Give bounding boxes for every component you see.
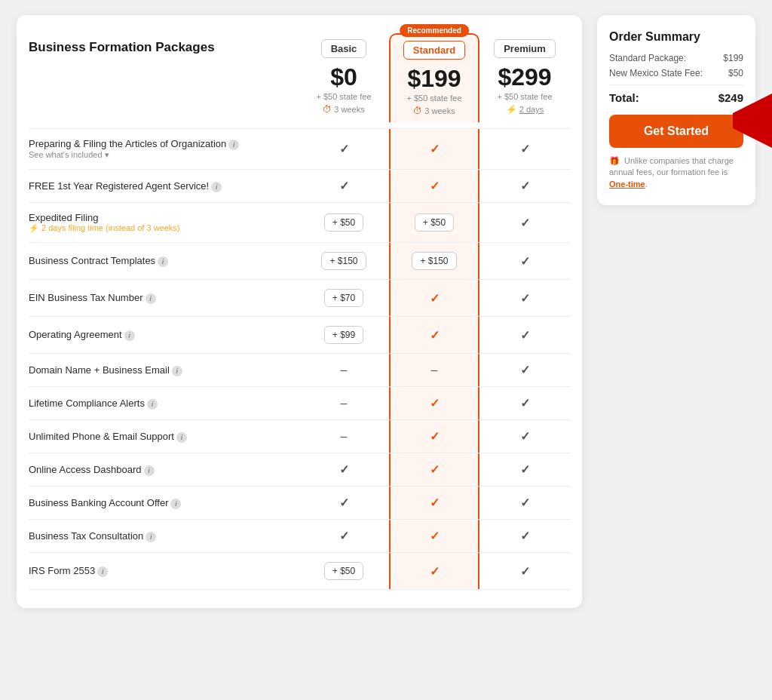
dash-icon: – xyxy=(341,364,348,377)
order-line-value: $50 xyxy=(728,68,743,78)
order-line-value: $199 xyxy=(723,53,743,63)
feature-cell: ✓ xyxy=(479,520,570,552)
clock-icon-standard: ⏱ xyxy=(413,106,422,116)
feature-cell: ✓ xyxy=(479,453,570,486)
feature-cell: ✓ xyxy=(389,387,479,419)
standard-fee: + $50 state fee xyxy=(394,94,475,103)
feature-cell: + $150 xyxy=(299,243,389,279)
check-icon-orange: ✓ xyxy=(430,179,440,193)
premium-price: $299 xyxy=(482,64,567,91)
check-icon-gray: ✓ xyxy=(339,462,349,477)
lightning-icon: ⚡ xyxy=(506,104,517,115)
info-icon[interactable]: i xyxy=(146,293,156,304)
info-icon[interactable]: i xyxy=(146,532,156,542)
feature-cell: ✓ xyxy=(479,203,570,242)
add-cost-btn[interactable]: + $150 xyxy=(412,252,456,270)
feature-cell: + $70 xyxy=(299,280,389,316)
info-icon[interactable]: i xyxy=(211,182,222,192)
info-icon[interactable]: i xyxy=(176,432,187,443)
order-lines: Standard Package:$199New Mexico State Fe… xyxy=(609,53,743,78)
total-label: Total: xyxy=(609,91,639,104)
feature-cell: ✓ xyxy=(479,280,570,316)
basic-label[interactable]: Basic xyxy=(321,39,367,58)
feature-cell: ✓ xyxy=(479,387,570,419)
check-icon-gray: ✓ xyxy=(520,254,530,269)
feature-cell: ✓ xyxy=(389,129,479,169)
check-icon-gray: ✓ xyxy=(520,396,530,410)
feature-row: Expedited Filing⚡ 2 days filing time (in… xyxy=(29,202,570,242)
check-icon-orange: ✓ xyxy=(430,462,440,477)
order-summary-title: Order Summary xyxy=(609,30,743,44)
add-cost-btn[interactable]: + $70 xyxy=(324,289,363,307)
check-icon-orange: ✓ xyxy=(430,328,440,342)
add-cost-btn[interactable]: + $99 xyxy=(324,326,363,344)
basic-fee: + $50 state fee xyxy=(302,92,386,101)
recommended-badge: Recommended xyxy=(400,24,469,37)
page-wrapper: Business Formation Packages Basic $0 + $… xyxy=(17,15,755,608)
dash-icon: – xyxy=(341,397,348,410)
add-cost-btn[interactable]: + $150 xyxy=(321,252,366,270)
check-icon-gray: ✓ xyxy=(520,529,530,543)
check-icon-orange: ✓ xyxy=(430,529,440,543)
info-icon[interactable]: i xyxy=(172,366,182,376)
check-icon-gray: ✓ xyxy=(339,179,349,193)
feature-label: Lifetime Compliance Alertsi xyxy=(29,387,299,419)
packages-title: Business Formation Packages xyxy=(29,33,299,122)
feature-cell: ✓ xyxy=(299,453,389,486)
feature-label: FREE 1st Year Registered Agent Service!i xyxy=(29,170,299,202)
order-line-label: Standard Package: xyxy=(609,53,686,63)
feature-cell: + $50 xyxy=(299,203,389,242)
order-line-item: Standard Package:$199 xyxy=(609,53,743,63)
info-icon[interactable]: i xyxy=(147,399,158,410)
info-icon[interactable]: i xyxy=(158,256,168,267)
order-line-label: New Mexico State Fee: xyxy=(609,68,703,78)
feature-row: Operating Agreementi+ $99✓✓ xyxy=(29,316,570,353)
feature-label: IRS Form 2553i xyxy=(29,553,299,589)
standard-label[interactable]: Standard xyxy=(403,41,465,60)
feature-row: FREE 1st Year Registered Agent Service!i… xyxy=(29,169,570,202)
order-summary-wrapper: Order Summary Standard Package:$199New M… xyxy=(597,15,755,205)
table-header: Business Formation Packages Basic $0 + $… xyxy=(29,33,570,122)
standard-time: ⏱ 3 weeks xyxy=(394,106,475,116)
info-icon[interactable]: i xyxy=(144,465,155,476)
info-icon[interactable]: i xyxy=(170,499,181,509)
get-started-button[interactable]: Get Started xyxy=(609,115,743,148)
feature-label: Online Access Dashboardi xyxy=(29,453,299,486)
feature-cell: – xyxy=(299,420,389,453)
info-icon[interactable]: i xyxy=(124,330,135,341)
feature-cell: ✓ xyxy=(389,317,479,353)
feature-row: Business Contract Templatesi+ $150+ $150… xyxy=(29,242,570,279)
info-icon[interactable]: i xyxy=(97,566,108,577)
feature-cell: ✓ xyxy=(479,553,570,589)
check-icon-orange: ✓ xyxy=(430,429,440,444)
add-cost-btn[interactable]: + $50 xyxy=(324,213,363,232)
feature-label: Domain Name + Business Emaili xyxy=(29,354,299,386)
info-icon[interactable]: i xyxy=(228,140,239,150)
check-icon-gray: ✓ xyxy=(520,496,530,510)
check-icon-gray: ✓ xyxy=(339,529,349,543)
basic-column-header: Basic $0 + $50 state fee ⏱ 3 weeks xyxy=(299,33,389,122)
one-time-note: 🎁 Unlike companies that charge annual fe… xyxy=(609,155,743,190)
feature-cell: ✓ xyxy=(479,243,570,279)
feature-row: Unlimited Phone & Email Supporti–✓✓ xyxy=(29,419,570,453)
add-cost-btn[interactable]: + $50 xyxy=(324,562,363,580)
feature-cell: – xyxy=(389,354,479,386)
feature-cell: ✓ xyxy=(479,170,570,202)
check-icon-gray: ✓ xyxy=(520,462,530,477)
check-icon-gray: ✓ xyxy=(520,363,530,377)
feature-label: Unlimited Phone & Email Supporti xyxy=(29,420,299,453)
basic-price: $0 xyxy=(302,64,386,91)
features-table: Preparing & Filing the Articles of Organ… xyxy=(29,128,570,590)
premium-label[interactable]: Premium xyxy=(494,39,556,58)
gift-icon: 🎁 xyxy=(609,155,620,167)
add-cost-btn[interactable]: + $50 xyxy=(415,213,454,232)
check-icon-orange: ✓ xyxy=(430,291,440,305)
standard-column-header: Recommended Standard $199 + $50 state fe… xyxy=(389,33,479,122)
basic-time: ⏱ 3 weeks xyxy=(302,104,386,115)
dash-icon: – xyxy=(341,430,348,444)
page-title: Business Formation Packages xyxy=(29,39,299,56)
feature-name: Business Contract Templatesi xyxy=(29,255,293,267)
see-included[interactable]: See what's included ▾ xyxy=(29,150,293,160)
feature-row: Lifetime Compliance Alertsi–✓✓ xyxy=(29,386,570,419)
feature-name: Expedited Filing xyxy=(29,212,293,223)
